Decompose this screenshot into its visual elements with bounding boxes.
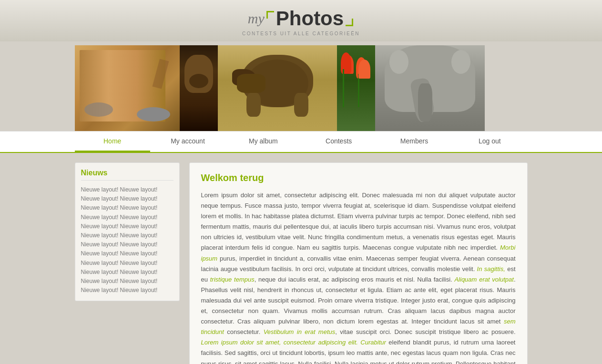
sidebar-news-item: Nieuwe layout! Nieuwe layout! bbox=[81, 249, 173, 258]
sidebar-title: Nieuws bbox=[81, 169, 173, 181]
highlight-lorem2: Lorem ipsum dolor sit amet, consectetur … bbox=[201, 339, 386, 346]
sidebar-news-item: Nieuwe layout! Nieuwe layout! bbox=[81, 213, 173, 222]
logo-subtitle: CONTESTS UIT ALLE CATEGORIEËN bbox=[242, 31, 360, 36]
nav-item-home[interactable]: Home bbox=[75, 131, 150, 152]
content-body: Lorem ipsum dolor sit amet, consectetur … bbox=[201, 190, 516, 364]
nav-item-myalbum[interactable]: My album bbox=[225, 131, 301, 152]
sidebar-news-item: Nieuwe layout! Nieuwe layout! bbox=[81, 231, 173, 240]
sidebar: Nieuws Nieuwe layout! Nieuwe layout!Nieu… bbox=[75, 162, 180, 364]
highlight-morbi: Morbi ipsum bbox=[201, 244, 516, 262]
nav-link-logout[interactable]: Log out bbox=[452, 131, 527, 151]
nav-item-members[interactable]: Members bbox=[377, 131, 452, 152]
sidebar-news-item: Nieuwe layout! Nieuwe layout! bbox=[81, 286, 173, 295]
sidebar-box: Nieuws Nieuwe layout! Nieuwe layout!Nieu… bbox=[75, 162, 180, 301]
nav-item-logout[interactable]: Log out bbox=[452, 131, 527, 152]
nav-item-myaccount[interactable]: My account bbox=[150, 131, 225, 152]
photo-tulips bbox=[337, 45, 375, 131]
nav-link-contests[interactable]: Contests bbox=[301, 131, 377, 151]
logo: my Photos CONTESTS UIT ALLE CATEGORIEËN bbox=[242, 7, 360, 36]
nav-link-myalbum[interactable]: My album bbox=[225, 131, 301, 151]
photo-elephant bbox=[375, 45, 485, 131]
photo-nature bbox=[75, 45, 180, 131]
logo-bracket-br bbox=[346, 19, 353, 26]
highlight-vestibulum: Vestibulum in erat metus bbox=[264, 328, 336, 335]
highlight-tristique: tristique tempus bbox=[210, 276, 255, 283]
nav-link-members[interactable]: Members bbox=[377, 131, 452, 151]
sidebar-news-item: Nieuwe layout! Nieuwe layout! bbox=[81, 268, 173, 277]
photo-dog bbox=[180, 45, 218, 131]
nav-link-home[interactable]: Home bbox=[75, 131, 150, 152]
sidebar-news-item: Nieuwe layout! Nieuwe layout! bbox=[81, 222, 173, 231]
header: my Photos CONTESTS UIT ALLE CATEGORIEËN bbox=[0, 0, 602, 41]
content-title: Welkom terug bbox=[201, 172, 516, 183]
nav-item-contests[interactable]: Contests bbox=[301, 131, 377, 152]
content-section: Welkom terug Lorem ipsum dolor sit amet,… bbox=[189, 162, 528, 364]
sidebar-news-item: Nieuwe layout! Nieuwe layout! bbox=[81, 240, 173, 249]
sidebar-news-item: Nieuwe layout! Nieuwe layout! bbox=[81, 259, 173, 268]
logo-bracket-tl bbox=[266, 11, 274, 19]
highlight-sagittis: In sagittis, bbox=[477, 265, 505, 273]
photo-turtle bbox=[218, 45, 337, 131]
highlight-aliquam: Aliquam erat volutpat bbox=[454, 276, 513, 283]
sidebar-news: Nieuwe layout! Nieuwe layout!Nieuwe layo… bbox=[81, 185, 173, 295]
photo-strip bbox=[0, 41, 602, 131]
sidebar-news-item: Nieuwe layout! Nieuwe layout! bbox=[81, 277, 173, 286]
nav: Home My account My album Contests Member… bbox=[0, 131, 602, 153]
main-content: Nieuws Nieuwe layout! Nieuwe layout!Nieu… bbox=[75, 162, 528, 364]
logo-photos: Photos bbox=[276, 7, 344, 30]
logo-my: my bbox=[248, 10, 265, 27]
sidebar-news-item: Nieuwe layout! Nieuwe layout! bbox=[81, 185, 173, 194]
nav-link-myaccount[interactable]: My account bbox=[150, 131, 225, 151]
sidebar-news-item: Nieuwe layout! Nieuwe layout! bbox=[81, 203, 173, 212]
nav-list: Home My account My album Contests Member… bbox=[75, 131, 528, 152]
sidebar-news-item: Nieuwe layout! Nieuwe layout! bbox=[81, 194, 173, 203]
highlight-sem: sem tincidunt bbox=[201, 318, 516, 335]
